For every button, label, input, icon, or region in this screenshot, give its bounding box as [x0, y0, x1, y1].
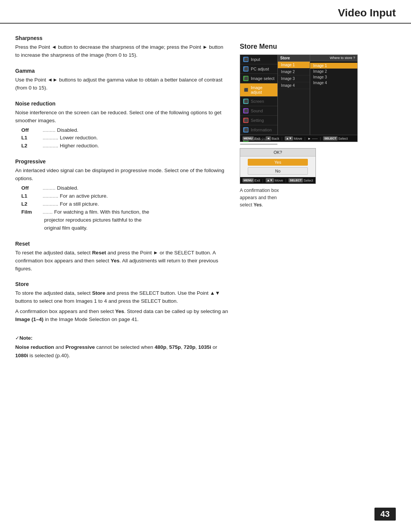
information-icon: ⬛: [243, 127, 249, 133]
menu-item-information[interactable]: ⬛ Information: [240, 125, 277, 135]
menu-middle-panel: Store Image 1 Image 2 Image 3 Image 4: [278, 55, 310, 135]
menu-item-setting[interactable]: ⬛ Setting: [240, 116, 277, 125]
right-image3[interactable]: Image 3: [310, 74, 357, 80]
dialog-buttons: Yes No: [240, 157, 315, 177]
store-panel-header: Store: [278, 55, 309, 62]
dialog-yes-button[interactable]: Yes: [248, 159, 308, 166]
store-menu-title: Store Menu: [240, 43, 373, 51]
section-reset: Reset To reset the adjusted data, select…: [15, 241, 228, 273]
note-section: ✓Note: Noise reduction and Progressive c…: [15, 335, 228, 359]
sharpness-title: Sharpness: [15, 35, 228, 41]
setting-icon: ⬛: [243, 118, 249, 123]
page-header: Video Input: [0, 0, 411, 24]
prog-l2-item: L2 ........... For a still picture.: [15, 200, 228, 208]
right-image4[interactable]: Image 4: [310, 80, 357, 86]
section-noise-reduction: Noise reduction Noise interference on th…: [15, 101, 228, 150]
progressive-title: Progressive: [15, 158, 228, 165]
section-sharpness: Sharpness Press the Point ◄ button to de…: [15, 35, 228, 59]
reset-title: Reset: [15, 241, 228, 247]
gamma-title: Gamma: [15, 68, 228, 74]
store-title: Store: [15, 281, 228, 287]
menu-item-screen[interactable]: ⬛ Screen: [240, 97, 277, 106]
dialog-bar-move: ▲▼ Move: [266, 178, 283, 182]
bar-move: ▲▼ Move: [285, 136, 302, 141]
store-images-list: Image 1 Image 2 Image 3 Image 4: [310, 61, 357, 87]
menu-right-panel: Where to store ? Image 1 Image 2 Image 3…: [310, 55, 357, 135]
note-label: ✓Note:: [15, 335, 228, 341]
sharpness-body: Press the Point ◄ button to decrease the…: [15, 43, 228, 59]
right-image2[interactable]: Image 2: [310, 69, 357, 74]
prog-film-continuation: projector reproduces pictures faithful t…: [15, 216, 228, 232]
store-menu-section: Store Menu ⬛ Input ⬛ PC adjust: [240, 43, 373, 208]
content-wrapper: Sharpness Press the Point ◄ button to de…: [0, 24, 411, 375]
section-progressive: Progressive An interlaced video signal c…: [15, 158, 228, 232]
menu-item-sound[interactable]: ⬛ Sound: [240, 106, 277, 116]
note-body: Noise reduction and Progressive cannot b…: [15, 343, 228, 359]
store-image3[interactable]: Image 3: [278, 75, 309, 82]
gamma-body: Use the Point ◄► buttons to adjust the g…: [15, 76, 228, 92]
noise-off-item: Off ......... Disabled.: [15, 126, 228, 134]
where-to-store-label: Where to store ?: [310, 55, 357, 61]
pcadjust-icon: ⬛: [243, 66, 249, 72]
store-image1[interactable]: Image 1: [278, 62, 309, 69]
dialog-no-button[interactable]: No: [248, 167, 308, 175]
section-store: Store To store the adjusted data, select…: [15, 281, 228, 324]
confirm-caption: A confirmation boxappears and thenselect…: [240, 187, 373, 208]
noise-reduction-body: Noise interference on the screen can be …: [15, 109, 228, 125]
dialog-bar-exit: MENU Exit: [242, 178, 260, 182]
reset-body: To reset the adjusted data, select Reset…: [15, 249, 228, 273]
page-title: Video Input: [338, 7, 396, 19]
screen-icon: ⬛: [243, 99, 249, 104]
prog-l1-item: L1 ........... For an active picture.: [15, 192, 228, 200]
store-body: To store the adjusted data, select Store…: [15, 289, 228, 324]
bar-back: ◄ Back: [266, 136, 279, 141]
menu-ui-container: ⬛ Input ⬛ PC adjust ⬛ Image select ⬛: [240, 54, 358, 142]
page-number: 43: [374, 508, 396, 521]
store-image4[interactable]: Image 4: [278, 82, 309, 89]
prog-off-item: Off ......... Disabled.: [15, 184, 228, 192]
menu-panel: ⬛ Input ⬛ PC adjust ⬛ Image select ⬛: [240, 55, 357, 135]
confirmation-dialog: OK? Yes No MENU Exit | ▲▼ Move |: [240, 148, 316, 184]
imageadjust-icon: ⬛: [243, 87, 249, 93]
imageselect-icon: ⬛: [243, 76, 249, 81]
progressive-body: An interlaced video signal can be displa…: [15, 167, 228, 183]
noise-l1-item: L1 ........... Lower reduction.: [15, 134, 228, 142]
left-column: Sharpness Press the Point ◄ button to de…: [15, 35, 228, 359]
dialog-title: OK?: [240, 149, 315, 157]
right-column: Store Menu ⬛ Input ⬛ PC adjust: [240, 35, 373, 359]
menu-item-pcadjust[interactable]: ⬛ PC adjust: [240, 64, 277, 74]
prog-film-item: Film ....... For watching a film. With t…: [15, 208, 228, 216]
noise-reduction-title: Noise reduction: [15, 101, 228, 107]
menu-item-input[interactable]: ⬛ Input: [240, 55, 277, 64]
menu-item-imageadjust[interactable]: ⬛ Image adjust: [240, 83, 277, 97]
right-image1[interactable]: Image 1: [310, 63, 357, 69]
dialog-bottom-bar: MENU Exit | ▲▼ Move | SELECT Select: [240, 177, 315, 184]
bar-menu: MENU Exit: [242, 136, 260, 141]
input-icon: ⬛: [243, 57, 249, 62]
menu-item-imageselect[interactable]: ⬛ Image select: [240, 74, 277, 83]
noise-l2-item: L2 ........... Higher reduction.: [15, 142, 228, 150]
sound-icon: ⬛: [243, 108, 249, 113]
store-image2[interactable]: Image 2: [278, 69, 309, 75]
menu-left-panel: ⬛ Input ⬛ PC adjust ⬛ Image select ⬛: [240, 55, 278, 135]
section-gamma: Gamma Use the Point ◄► buttons to adjust…: [15, 68, 228, 92]
bar-dash: ► -----: [307, 137, 317, 141]
dialog-bar-select: SELECT Select: [288, 178, 313, 182]
bar-select: SELECT Select: [323, 136, 348, 141]
